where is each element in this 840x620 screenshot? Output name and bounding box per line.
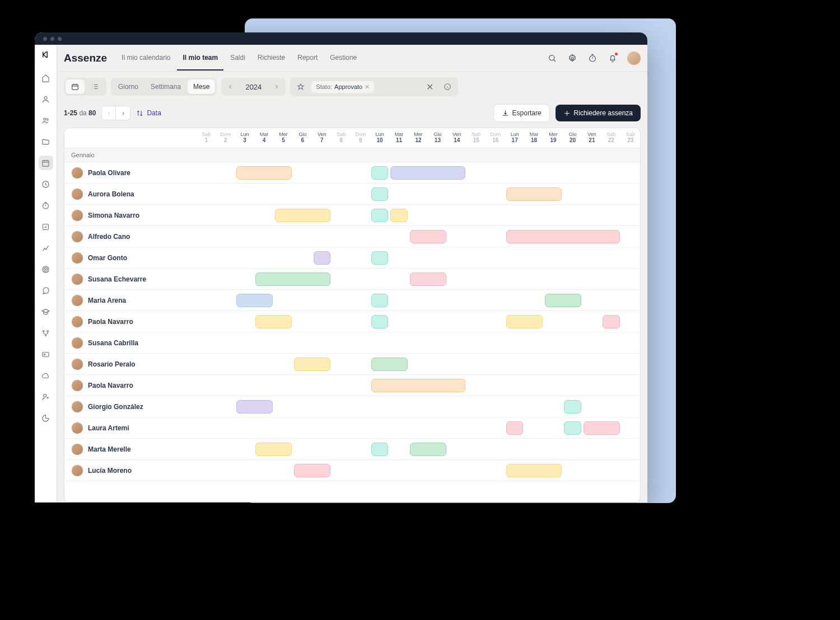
nav-target[interactable]	[39, 262, 53, 276]
nav-clock[interactable]	[39, 177, 53, 191]
person-cell[interactable]: Lucía Moreno	[64, 464, 197, 477]
page-prev-button[interactable]: ‹	[101, 106, 116, 120]
person-cell[interactable]: Laura Artemi	[64, 422, 197, 434]
person-cell[interactable]: Paola Olivare	[64, 167, 197, 179]
person-cell[interactable]: Giorgio González	[64, 401, 197, 413]
person-cell[interactable]: Omar Gonto	[64, 252, 197, 264]
nav-home[interactable]	[39, 71, 53, 85]
gear-icon[interactable]	[564, 50, 580, 66]
filter-bar[interactable]: Stato: Approvato ✕ ✕	[290, 77, 458, 96]
absence-block[interactable]	[410, 443, 446, 456]
view-calendar-button[interactable]	[66, 79, 85, 94]
absence-block[interactable]	[564, 400, 581, 414]
bell-icon[interactable]	[605, 50, 620, 66]
range-mese[interactable]: Mese	[188, 79, 215, 94]
absence-block[interactable]	[506, 315, 543, 328]
tab-saldi[interactable]: Saldi	[225, 46, 251, 71]
absence-block[interactable]	[275, 209, 330, 222]
absence-block[interactable]	[314, 251, 330, 265]
year-next-button[interactable]	[269, 79, 284, 94]
absence-block[interactable]	[390, 209, 407, 222]
nav-card[interactable]	[39, 347, 53, 361]
tab-gestione[interactable]: Gestione	[324, 46, 362, 71]
absence-block[interactable]	[236, 400, 273, 414]
absence-block[interactable]	[255, 273, 330, 286]
filter-remove-icon[interactable]: ✕	[365, 83, 370, 91]
absence-block[interactable]	[410, 230, 446, 243]
person-cell[interactable]: Paola Navarro	[64, 316, 197, 328]
export-button[interactable]: Esportare	[493, 104, 550, 122]
person-cell[interactable]: Alfredo Cano	[64, 231, 197, 243]
person-cell[interactable]: Rosario Peralo	[64, 358, 197, 370]
absence-block[interactable]	[584, 421, 620, 435]
absence-block[interactable]	[506, 187, 562, 201]
info-icon[interactable]	[440, 79, 455, 94]
nav-person[interactable]	[39, 92, 53, 106]
absence-block[interactable]	[255, 315, 292, 328]
person-cell[interactable]: Maria Arena	[64, 294, 197, 307]
tab-richieste[interactable]: Richieste	[252, 46, 291, 71]
star-icon[interactable]	[293, 79, 308, 94]
tab-report[interactable]: Report	[292, 46, 323, 71]
person-cell[interactable]: Susana Cabrilla	[64, 337, 197, 349]
absence-block[interactable]	[236, 166, 292, 180]
person-cell[interactable]: Susana Echevarre	[64, 273, 197, 285]
absence-block[interactable]	[371, 294, 388, 307]
view-list-button[interactable]	[86, 79, 105, 94]
person-row: Lucía Moreno	[64, 460, 640, 481]
person-cell[interactable]: Paola Navarro	[64, 379, 197, 392]
year-prev-button[interactable]	[223, 79, 237, 94]
absence-block[interactable]	[371, 187, 388, 201]
filter-clear-icon[interactable]: ✕	[422, 79, 437, 94]
absence-block[interactable]	[506, 230, 620, 243]
absence-block[interactable]	[371, 443, 388, 456]
absence-block[interactable]	[506, 464, 562, 477]
nav-timer[interactable]	[39, 198, 53, 213]
absence-block[interactable]	[371, 166, 388, 180]
tab-il-mio-team[interactable]: Il mio team	[177, 46, 223, 71]
stopwatch-icon[interactable]	[585, 50, 600, 66]
tab-il-mio-calendario[interactable]: Il mio calendario	[116, 46, 176, 71]
absence-block[interactable]	[371, 251, 388, 265]
nav-check[interactable]	[39, 219, 53, 234]
nav-folder[interactable]	[39, 134, 53, 149]
day-header: Lun10	[370, 128, 389, 148]
nav-chat[interactable]	[39, 283, 53, 298]
absence-block[interactable]	[371, 315, 388, 328]
absence-block[interactable]	[506, 421, 523, 435]
nav-pie[interactable]	[39, 411, 53, 425]
absence-block[interactable]	[294, 464, 330, 477]
absence-block[interactable]	[545, 294, 581, 307]
absence-block[interactable]	[236, 294, 273, 307]
nav-addperson[interactable]	[39, 389, 53, 404]
filter-chip[interactable]: Stato: Approvato ✕	[311, 81, 374, 93]
nav-cloud[interactable]	[39, 368, 53, 383]
user-avatar[interactable]	[627, 51, 641, 65]
absence-block[interactable]	[410, 273, 446, 286]
range-giorno[interactable]: Giorno	[113, 79, 144, 94]
person-cell[interactable]: Simona Navarro	[64, 209, 197, 222]
absence-block[interactable]	[371, 209, 388, 222]
person-avatar	[71, 167, 83, 179]
absence-block[interactable]	[371, 358, 408, 371]
absence-block[interactable]	[603, 315, 619, 328]
nav-branch[interactable]	[39, 326, 53, 340]
search-icon[interactable]	[544, 50, 560, 66]
person-avatar	[71, 231, 83, 243]
sort-button[interactable]: Data	[136, 109, 161, 117]
absence-block[interactable]	[390, 166, 465, 180]
page-next-button[interactable]: ›	[116, 106, 130, 120]
nav-chart[interactable]	[39, 241, 53, 255]
absence-block[interactable]	[255, 443, 292, 456]
nav-learn[interactable]	[39, 304, 53, 319]
absence-block[interactable]	[371, 379, 465, 392]
request-absence-button[interactable]: Richiedere assenza	[556, 105, 641, 121]
absence-block[interactable]	[294, 358, 330, 371]
absence-block[interactable]	[564, 421, 581, 435]
nav-team[interactable]	[39, 113, 53, 128]
person-cell[interactable]: Marta Merelle	[64, 443, 197, 455]
person-cell[interactable]: Aurora Bolena	[64, 188, 197, 200]
range-settimana[interactable]: Settimana	[145, 79, 186, 94]
nav-calendar[interactable]	[39, 156, 53, 170]
person-row: Rosario Peralo	[64, 354, 640, 375]
